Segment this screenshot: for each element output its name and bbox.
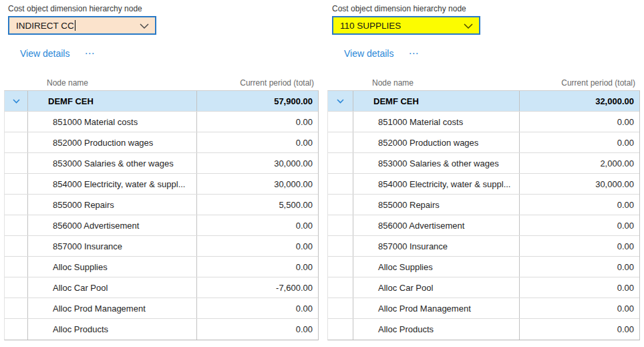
current-period-cell: 0.00 [520,298,639,318]
column-header-current-period[interactable]: Current period (total) [196,78,319,88]
table-row[interactable]: Alloc Products0.00 [5,319,318,340]
current-period-cell: 0.00 [520,277,639,298]
row-selector-cell[interactable] [5,298,27,318]
view-details-link[interactable]: View details [20,48,69,59]
table-row[interactable]: 854000 Electricity, water & suppl...30,0… [328,174,639,195]
current-period-cell: 30,000.00 [520,174,639,194]
node-name-cell: 851000 Material costs [353,112,520,132]
chevron-down-icon [464,23,473,29]
table-row[interactable]: Alloc Supplies0.00 [5,257,318,277]
chevron-down-icon [337,99,344,104]
node-name-cell: 856000 Advertisement [27,215,197,235]
table-row[interactable]: Alloc Products0.00 [328,319,639,340]
current-period-cell: 5,500.00 [197,195,318,215]
table-row[interactable]: 851000 Material costs0.00 [328,112,639,132]
row-selector-cell[interactable] [328,298,353,318]
node-name-cell: 854000 Electricity, water & suppl... [27,174,197,194]
row-selector-cell[interactable] [5,257,27,277]
current-period-cell: 0.00 [520,257,639,277]
table-row[interactable]: 852000 Production wages0.00 [5,132,318,153]
row-selector-cell[interactable] [328,257,353,277]
current-period-cell: 30,000.00 [197,153,318,173]
table-row[interactable]: Alloc Prod Management0.00 [328,298,639,319]
row-selector-cell[interactable] [5,91,27,111]
current-period-cell: 30,000.00 [197,174,318,194]
table-row[interactable]: Alloc Car Pool-7,600.00 [5,277,318,298]
table-row[interactable]: 853000 Salaries & other wages30,000.00 [5,153,318,174]
current-period-cell: 0.00 [197,298,318,318]
row-selector-cell[interactable] [328,195,353,215]
row-selector-cell[interactable] [5,195,27,215]
table-row[interactable]: DEMF CEH57,900.00 [5,91,318,112]
grid-header: Node name Current period (total) [327,75,640,90]
node-name-cell: Alloc Supplies [27,257,197,277]
table-row[interactable]: Alloc Supplies0.00 [328,257,639,277]
hierarchy-node-combobox-left[interactable]: INDIRECT CC [8,16,156,35]
more-options-icon[interactable]: ⋯ [84,49,96,58]
table-row[interactable]: 855000 Repairs0.00 [328,195,639,215]
table-row[interactable]: 851000 Material costs0.00 [5,112,318,132]
current-period-cell: 0.00 [197,132,318,152]
row-selector-cell[interactable] [328,215,353,235]
row-selector-cell[interactable] [328,174,353,194]
row-selector-cell[interactable] [328,236,353,256]
row-selector-cell[interactable] [5,215,27,235]
row-selector-cell[interactable] [328,319,353,340]
combobox-value: INDIRECT CC [16,21,74,31]
text-caret [75,20,75,31]
table-row[interactable]: 855000 Repairs5,500.00 [5,195,318,215]
node-name-cell: 855000 Repairs [27,195,197,215]
grid-header: Node name Current period (total) [4,75,319,90]
node-name-cell: 855000 Repairs [353,195,520,215]
column-header-current-period[interactable]: Current period (total) [519,78,640,88]
row-selector-cell[interactable] [5,277,27,298]
current-period-cell: 0.00 [197,319,318,340]
row-selector-cell[interactable] [328,132,353,152]
table-row[interactable]: Alloc Car Pool0.00 [328,277,639,298]
row-selector-cell[interactable] [5,132,27,152]
row-selector-cell[interactable] [328,153,353,173]
row-selector-cell[interactable] [5,319,27,340]
row-selector-cell[interactable] [328,91,353,111]
node-name-cell: 852000 Production wages [27,132,197,152]
hierarchy-node-combobox-right[interactable]: 110 SUPPLIES [332,16,480,35]
view-details-link[interactable]: View details [344,48,393,59]
more-options-icon[interactable]: ⋯ [408,49,420,58]
node-name-cell: Alloc Prod Management [27,298,197,318]
table-row[interactable]: 853000 Salaries & other wages2,000.00 [328,153,639,174]
node-name-cell: 851000 Material costs [27,112,197,132]
row-selector-cell[interactable] [328,112,353,132]
table-row[interactable]: DEMF CEH32,000.00 [328,91,639,112]
hierarchy-node-label-left: Cost object dimension hierarchy node [8,4,142,13]
row-selector-cell[interactable] [5,153,27,173]
table-row[interactable]: Alloc Prod Management0.00 [5,298,318,319]
table-row[interactable]: 854000 Electricity, water & suppl...30,0… [5,174,318,195]
table-row[interactable]: 857000 Insurance0.00 [5,236,318,257]
table-row[interactable]: 856000 Advertisement0.00 [328,215,639,236]
row-selector-cell[interactable] [5,236,27,256]
table-row[interactable]: 856000 Advertisement0.00 [5,215,318,236]
node-name-cell: Alloc Car Pool [27,277,197,298]
row-selector-cell[interactable] [5,174,27,194]
current-period-cell: 0.00 [520,215,639,235]
node-name-cell: 853000 Salaries & other wages [353,153,520,173]
row-selector-cell[interactable] [328,277,353,298]
grid-body: DEMF CEH57,900.00851000 Material costs0.… [4,90,319,340]
node-name-cell: Alloc Prod Management [353,298,520,318]
current-period-cell: 0.00 [197,236,318,256]
current-period-cell: 0.00 [520,236,639,256]
table-row[interactable]: 852000 Production wages0.00 [328,132,639,153]
chevron-down-icon [140,23,149,29]
node-name-cell: Alloc Car Pool [353,277,520,298]
cost-hierarchy-grid-right: Node name Current period (total) DEMF CE… [327,75,640,340]
node-name-cell: 853000 Salaries & other wages [27,153,197,173]
row-selector-cell[interactable] [5,112,27,132]
column-header-node-name[interactable]: Node name [352,78,519,88]
grid-body: DEMF CEH32,000.00851000 Material costs0.… [327,90,640,340]
column-header-node-name[interactable]: Node name [27,78,196,88]
table-row[interactable]: 857000 Insurance0.00 [328,236,639,257]
node-name-cell: DEMF CEH [27,91,197,111]
current-period-cell: -7,600.00 [197,277,318,298]
node-name-cell: 856000 Advertisement [353,215,520,235]
current-period-cell: 0.00 [197,215,318,235]
